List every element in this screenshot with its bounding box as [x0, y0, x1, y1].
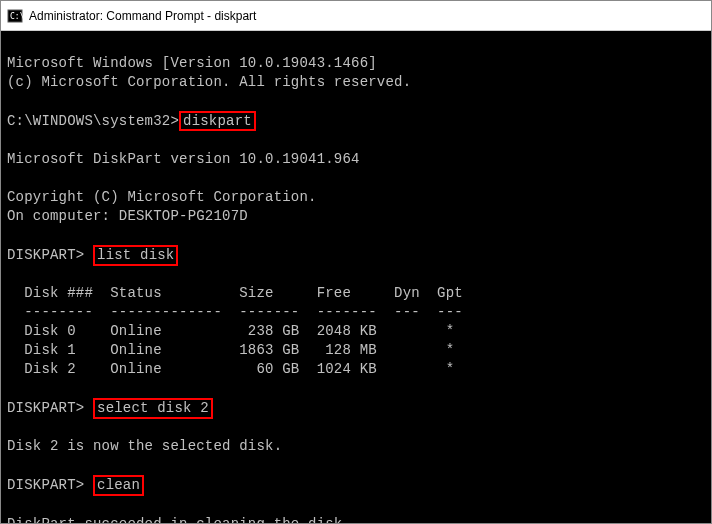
cmd-select-disk[interactable]: select disk 2	[93, 398, 213, 419]
table-row: Disk 1 Online 1863 GB 128 MB *	[7, 342, 454, 358]
table-header: Disk ### Status Size Free Dyn Gpt	[7, 285, 463, 301]
prompt-diskpart: DISKPART>	[7, 477, 84, 493]
table-divider: -------- ------------- ------- ------- -…	[7, 304, 463, 320]
svg-text:C:\: C:\	[10, 12, 23, 21]
cmd-icon: C:\	[7, 8, 23, 24]
window-titlebar[interactable]: C:\ Administrator: Command Prompt - disk…	[1, 1, 711, 31]
line-winver: Microsoft Windows [Version 10.0.19043.14…	[7, 55, 377, 71]
cmd-diskpart[interactable]: diskpart	[179, 111, 256, 132]
terminal-output: Microsoft Windows [Version 10.0.19043.14…	[1, 31, 711, 524]
line-dp-computer: On computer: DESKTOP-PG2107D	[7, 208, 248, 224]
prompt-diskpart: DISKPART>	[7, 400, 84, 416]
cmd-clean[interactable]: clean	[93, 475, 144, 496]
line-dp-copyright: Copyright (C) Microsoft Corporation.	[7, 189, 317, 205]
msg-selected: Disk 2 is now the selected disk.	[7, 438, 282, 454]
prompt-system32: C:\WINDOWS\system32>	[7, 113, 179, 129]
table-row: Disk 2 Online 60 GB 1024 KB *	[7, 361, 454, 377]
cmd-list-disk[interactable]: list disk	[93, 245, 178, 266]
window-title: Administrator: Command Prompt - diskpart	[29, 9, 256, 23]
line-copyright: (c) Microsoft Corporation. All rights re…	[7, 74, 411, 90]
prompt-diskpart: DISKPART>	[7, 247, 84, 263]
line-dp-version: Microsoft DiskPart version 10.0.19041.96…	[7, 151, 360, 167]
table-row: Disk 0 Online 238 GB 2048 KB *	[7, 323, 454, 339]
msg-clean: DiskPart succeeded in cleaning the disk.	[7, 516, 351, 524]
